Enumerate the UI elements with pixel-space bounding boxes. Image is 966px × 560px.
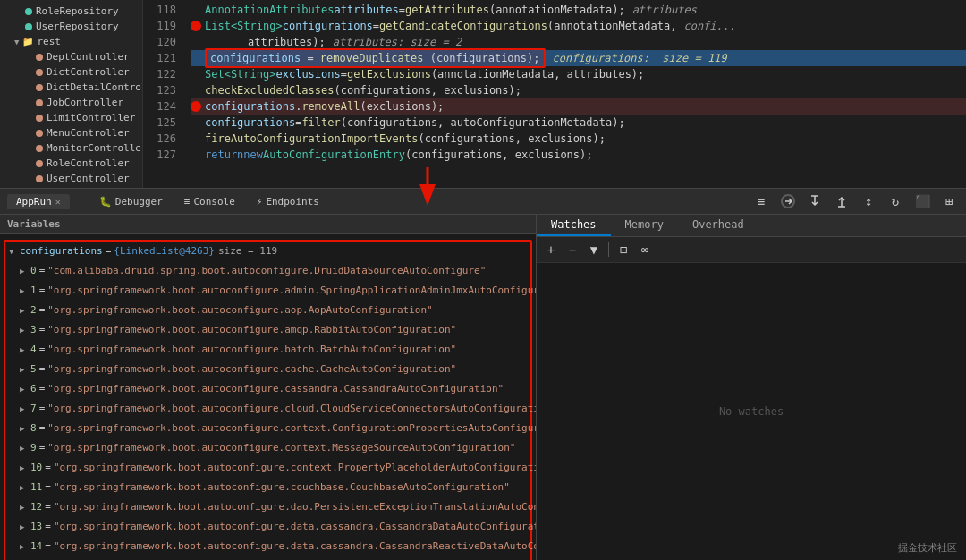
file-name: RoleController bbox=[47, 157, 130, 169]
collapse-watch-button[interactable]: ▼ bbox=[585, 241, 603, 259]
breakpoint-icon bbox=[191, 101, 201, 112]
watches-tabs: Watches Memory Overhead bbox=[537, 215, 966, 237]
toolbar-btn-step-out[interactable] bbox=[832, 191, 852, 211]
class-dot bbox=[36, 115, 43, 122]
divider bbox=[80, 192, 81, 210]
tab-watches[interactable]: Watches bbox=[537, 215, 611, 236]
var-item-configurations[interactable]: ▼ configurations = {LinkedList@4263} siz… bbox=[5, 242, 530, 261]
toolbar-btn-layout[interactable]: ⊞ bbox=[939, 191, 959, 211]
var-item-0[interactable]: ▶ 0 = "com.alibaba.druid.spring.boot.aut… bbox=[5, 261, 530, 281]
code-line-122: Set<String> exclusions = getExclusions (… bbox=[191, 66, 966, 82]
var-item-15[interactable]: ▶ 15 = "org.springframework.boot.autocon… bbox=[5, 556, 530, 560]
watches-toolbar: + − ▼ ⊟ ∞ bbox=[537, 237, 966, 263]
class-dot bbox=[36, 145, 43, 152]
file-tree-item[interactable]: UserRepository bbox=[0, 19, 142, 34]
file-name: RoleRepository bbox=[36, 5, 119, 17]
close-tab-button[interactable]: ✕ bbox=[55, 197, 61, 207]
file-tree-folder[interactable]: ▼ 📁 rest bbox=[0, 34, 142, 49]
expand-arrow-icon: ▶ bbox=[20, 539, 30, 555]
toolbar-btn-menu[interactable]: ≡ bbox=[751, 191, 771, 211]
configurations-bordered-container: ▼ configurations = {LinkedList@4263} siz… bbox=[4, 240, 532, 560]
debugger-icon: 🐛 bbox=[99, 196, 112, 208]
folder-icon: 📁 bbox=[22, 37, 33, 47]
toolbar-btn-run-to-cursor[interactable]: ↕ bbox=[859, 191, 878, 211]
app-run-label: AppRun bbox=[16, 196, 52, 208]
breakpoint-icon bbox=[191, 21, 201, 31]
endpoints-tab[interactable]: ⚡ Endpoints bbox=[250, 193, 326, 210]
remove-watch-button[interactable]: − bbox=[564, 241, 581, 259]
expand-arrow-icon: ▶ bbox=[20, 460, 30, 476]
file-tree-item[interactable]: DictController bbox=[0, 64, 142, 80]
toolbar-btn-stop[interactable]: ⬛ bbox=[912, 191, 932, 211]
code-line-124: configurations . removeAll (exclusions); bbox=[191, 98, 966, 115]
file-tree-item[interactable]: DictDetailController bbox=[0, 80, 142, 95]
code-line-118: AnnotationAttributes attributes = getAtt… bbox=[191, 2, 966, 18]
toolbar-btn-step-into[interactable] bbox=[805, 191, 825, 211]
var-item-1[interactable]: ▶ 1 = "org.springframework.boot.autoconf… bbox=[5, 281, 530, 301]
debug-bar: AppRun ✕ 🐛 Debugger ≡ Console ⚡ Endpoint… bbox=[0, 188, 966, 215]
expand-arrow-icon: ▶ bbox=[20, 302, 30, 318]
toolbar-btn-step-over[interactable] bbox=[778, 191, 798, 211]
file-tree-item[interactable]: RoleController bbox=[0, 156, 142, 171]
variables-panel: Variables ▼ configurations = {LinkedList… bbox=[0, 215, 537, 560]
expand-arrow-icon: ▶ bbox=[20, 342, 30, 358]
expand-arrow-icon: ▶ bbox=[20, 499, 30, 515]
expand-arrow-icon: ▶ bbox=[20, 361, 30, 378]
file-tree-item[interactable]: MonitorController bbox=[0, 140, 142, 156]
file-name: MonitorController bbox=[47, 142, 143, 154]
var-item-6[interactable]: ▶ 6 = "org.springframework.boot.autoconf… bbox=[5, 379, 530, 399]
file-name: JobController bbox=[47, 97, 123, 108]
highlighted-code-box: configurations = removeDuplicates (confi… bbox=[205, 48, 546, 68]
var-item-2[interactable]: ▶ 2 = "org.springframework.boot.autoconf… bbox=[5, 301, 530, 320]
code-line-121: configurations = removeDuplicates (confi… bbox=[191, 50, 966, 66]
var-item-4[interactable]: ▶ 4 = "org.springframework.boot.autoconf… bbox=[5, 340, 530, 360]
watches-panel: Watches Memory Overhead + − ▼ ⊟ ∞ No wat… bbox=[537, 215, 966, 560]
folder-arrow-icon: ▼ bbox=[14, 38, 19, 47]
var-item-8[interactable]: ▶ 8 = "org.springframework.boot.autoconf… bbox=[5, 419, 530, 438]
expand-arrow-icon: ▶ bbox=[20, 440, 30, 456]
var-item-5[interactable]: ▶ 5 = "org.springframework.boot.autoconf… bbox=[5, 360, 530, 379]
file-tree-item[interactable]: JobController bbox=[0, 95, 142, 110]
var-item-3[interactable]: ▶ 3 = "org.springframework.boot.autoconf… bbox=[5, 320, 530, 340]
file-name: UserController bbox=[47, 173, 130, 184]
debugger-label: Debugger bbox=[115, 196, 163, 208]
file-tree-item[interactable]: UserController bbox=[0, 171, 142, 186]
class-dot bbox=[36, 160, 43, 167]
file-tree-item[interactable]: DeptController bbox=[0, 49, 142, 64]
var-item-14[interactable]: ▶ 14 = "org.springframework.boot.autocon… bbox=[5, 537, 530, 556]
var-item-12[interactable]: ▶ 12 = "org.springframework.boot.autocon… bbox=[5, 497, 530, 517]
tab-overhead[interactable]: Overhead bbox=[678, 215, 758, 236]
var-item-11[interactable]: ▶ 11 = "org.springframework.boot.autocon… bbox=[5, 478, 530, 497]
console-tab[interactable]: ≡ Console bbox=[177, 193, 242, 210]
var-item-13[interactable]: ▶ 13 = "org.springframework.boot.autocon… bbox=[5, 517, 530, 537]
watch-option-button[interactable]: ⊟ bbox=[614, 241, 632, 259]
class-dot bbox=[36, 175, 43, 182]
variables-header: Variables bbox=[0, 215, 536, 234]
file-name: LimitController bbox=[47, 112, 135, 123]
debugger-tab[interactable]: 🐛 Debugger bbox=[92, 193, 170, 210]
app-run-tab[interactable]: AppRun ✕ bbox=[7, 194, 70, 209]
class-dot bbox=[25, 8, 32, 15]
class-dot bbox=[36, 54, 43, 61]
no-watches-label: No watches bbox=[719, 405, 784, 418]
file-tree-item[interactable]: LimitController bbox=[0, 110, 142, 125]
file-tree-item[interactable]: RoleRepository bbox=[0, 4, 142, 19]
file-tree-item[interactable]: MenuController bbox=[0, 125, 142, 140]
file-tree: RoleRepository UserRepository ▼ 📁 rest D… bbox=[0, 0, 143, 188]
expand-arrow-icon: ▶ bbox=[20, 401, 30, 417]
watch-loop-button[interactable]: ∞ bbox=[636, 241, 654, 259]
class-dot bbox=[36, 99, 43, 106]
var-item-10[interactable]: ▶ 10 = "org.springframework.boot.autocon… bbox=[5, 458, 530, 478]
code-line-126: fireAutoConfigurationImportEvents (confi… bbox=[191, 131, 966, 147]
tab-memory[interactable]: Memory bbox=[611, 215, 678, 236]
toolbar-btn-reset[interactable]: ↻ bbox=[886, 191, 905, 211]
line-numbers: 118 119 120 121 122 123 124 125 126 127 bbox=[143, 0, 183, 188]
expand-arrow-icon: ▶ bbox=[20, 519, 30, 535]
expand-arrow-icon: ▶ bbox=[20, 479, 30, 496]
add-watch-button[interactable]: + bbox=[542, 241, 560, 259]
file-name: DictDetailController bbox=[47, 81, 143, 93]
var-item-7[interactable]: ▶ 7 = "org.springframework.boot.autoconf… bbox=[5, 399, 530, 419]
var-item-9[interactable]: ▶ 9 = "org.springframework.boot.autoconf… bbox=[5, 438, 530, 458]
console-label: Console bbox=[193, 196, 234, 208]
folder-name: rest bbox=[37, 36, 61, 47]
